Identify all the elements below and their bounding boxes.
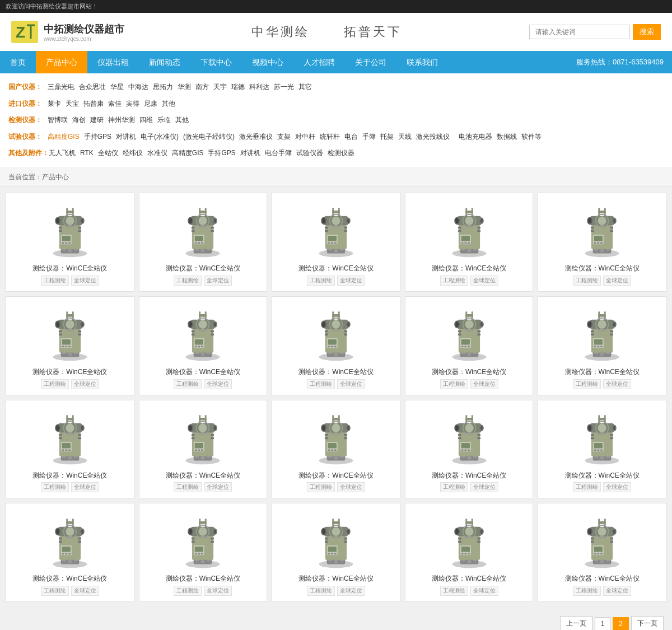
product-card[interactable]: 测绘仪器：WinCE全站仪 工程测绘全球定位: [139, 296, 268, 395]
product-tags: 工程测绘全球定位: [145, 379, 262, 389]
filter-item[interactable]: 手簿: [362, 131, 376, 143]
filter-item[interactable]: 全站仪: [98, 147, 118, 160]
filter-item[interactable]: 思拓力: [153, 81, 173, 94]
filter-item[interactable]: 电台手簿: [265, 147, 292, 160]
filter-item[interactable]: RTK: [80, 147, 94, 160]
filter-item[interactable]: 三鼎光电: [48, 81, 74, 94]
product-tag: 全球定位: [470, 482, 498, 492]
filter-item[interactable]: 建研: [90, 114, 104, 127]
product-card[interactable]: 测绘仪器：WinCE全站仪 工程测绘全球定位: [139, 503, 268, 602]
product-card[interactable]: 测绘仪器：WinCE全站仪 工程测绘全球定位: [538, 193, 666, 292]
product-card[interactable]: 测绘仪器：WinCE全站仪 工程测绘全球定位: [272, 296, 400, 395]
nav-item-video[interactable]: 视频中心: [242, 51, 293, 73]
svg-rect-112: [594, 242, 596, 244]
product-card[interactable]: 测绘仪器：WinCE全站仪 工程测绘全球定位: [6, 193, 134, 292]
filter-item[interactable]: 托架: [380, 131, 394, 143]
filter-item[interactable]: 手持GPS: [84, 131, 111, 143]
filter-item[interactable]: 对中杆: [295, 131, 315, 143]
nav-item-about[interactable]: 关于公司: [345, 51, 396, 73]
filter-item[interactable]: 手持GPS: [208, 147, 235, 160]
search-button[interactable]: 搜索: [633, 24, 661, 40]
page-1-button[interactable]: 1: [595, 617, 611, 630]
filter-item[interactable]: 数据线: [497, 131, 517, 143]
nav-item-news[interactable]: 新闻动态: [139, 51, 190, 73]
filter-item[interactable]: 华测: [178, 81, 191, 94]
filter-item[interactable]: 其它: [298, 81, 312, 94]
filter-item[interactable]: 电台: [344, 131, 358, 143]
search-input[interactable]: [529, 25, 630, 39]
filter-item[interactable]: 华星: [110, 81, 124, 94]
filter-item[interactable]: 四维: [139, 114, 153, 127]
prev-page-button[interactable]: 上一页: [560, 616, 592, 630]
filter-item[interactable]: 经纬仪: [123, 147, 143, 160]
nav-item-products[interactable]: 产品中心: [36, 51, 87, 73]
product-card[interactable]: 测绘仪器：WinCE全站仪 工程测绘全球定位: [139, 193, 268, 292]
filter-item[interactable]: 乐临: [157, 114, 171, 127]
filter-item[interactable]: (激光电子经纬仪): [183, 131, 235, 143]
filter-item[interactable]: 科利达: [249, 81, 269, 94]
product-card[interactable]: 测绘仪器：WinCE全站仪 工程测绘全球定位: [538, 503, 666, 602]
filter-item[interactable]: 高精度GIS: [48, 131, 80, 143]
filter-item[interactable]: 电子(水准仪): [141, 131, 179, 143]
filter-item[interactable]: 宾得: [126, 98, 139, 110]
product-card[interactable]: 测绘仪器：WinCE全站仪 工程测绘全球定位: [272, 193, 400, 292]
filter-item[interactable]: 中海达: [128, 81, 148, 94]
filter-item[interactable]: 神州华测: [108, 114, 135, 127]
filter-item[interactable]: 天线: [398, 131, 412, 143]
filter-item[interactable]: 合众思壮: [79, 81, 106, 94]
next-page-button[interactable]: 下一页: [631, 616, 664, 630]
filter-item[interactable]: 激光垂准仪: [239, 131, 273, 143]
filter-item[interactable]: 南方: [195, 81, 209, 94]
svg-point-122: [613, 219, 615, 223]
filter-item[interactable]: 无人飞机: [49, 147, 76, 160]
filter-item[interactable]: 水准仪: [147, 147, 167, 160]
product-card[interactable]: 测绘仪器：WinCE全站仪 工程测绘全球定位: [272, 503, 400, 602]
filter-item[interactable]: 激光投线仪: [416, 131, 450, 143]
product-card[interactable]: 测绘仪器：WinCE全站仪 工程测绘全球定位: [6, 503, 134, 602]
filter-item[interactable]: 统轩杆: [320, 131, 340, 143]
filter-item[interactable]: 高精度GIS: [172, 147, 204, 160]
filter-item[interactable]: 其他: [162, 98, 175, 110]
svg-point-420: [189, 529, 193, 534]
filter-item[interactable]: 索佳: [108, 98, 122, 110]
svg-point-395: [56, 529, 59, 534]
nav-item-rental[interactable]: 仪器出租: [87, 51, 139, 73]
product-card[interactable]: 测绘仪器：WinCE全站仪 工程测绘全球定位: [538, 296, 666, 395]
filter-item[interactable]: 电池充电器: [459, 131, 492, 143]
product-card[interactable]: 测绘仪器：WinCE全站仪 工程测绘全球定位: [405, 503, 534, 602]
filter-item[interactable]: 天宝: [66, 98, 79, 110]
nav-item-download[interactable]: 下载中心: [190, 51, 242, 73]
nav-item-home[interactable]: 首页: [0, 51, 36, 73]
filter-item[interactable]: 试验仪器: [296, 147, 323, 160]
svg-rect-376: [610, 437, 614, 440]
product-card[interactable]: 测绘仪器：WinCE全站仪 工程测绘全球定位: [405, 193, 534, 292]
nav-item-contact[interactable]: 联系我们: [396, 51, 448, 73]
svg-rect-89: [468, 242, 470, 244]
filter-item[interactable]: 对讲机: [116, 131, 136, 143]
nav-item-jobs[interactable]: 人才招聘: [293, 51, 345, 73]
filter-item[interactable]: 拓普康: [83, 98, 104, 110]
filter-item[interactable]: 苏一光: [274, 81, 294, 94]
filter-item[interactable]: 支架: [277, 131, 291, 143]
filter-item[interactable]: 智博联: [48, 114, 68, 127]
product-card[interactable]: 测绘仪器：WinCE全站仪 工程测绘全球定位: [405, 400, 534, 499]
filter-item[interactable]: 海创: [72, 114, 86, 127]
filter-item[interactable]: 其他: [175, 114, 189, 127]
page-2-button[interactable]: 2: [613, 617, 629, 630]
product-card[interactable]: 测绘仪器：WinCE全站仪 工程测绘全球定位: [538, 400, 666, 499]
filter-item[interactable]: 软件等: [521, 131, 542, 143]
filter-item[interactable]: 尼康: [144, 98, 157, 110]
svg-rect-178: [192, 334, 195, 336]
filter-item[interactable]: 瑞德: [231, 81, 245, 94]
product-card[interactable]: 测绘仪器：WinCE全站仪 工程测绘全球定位: [272, 400, 400, 499]
filter-item[interactable]: 对讲机: [240, 147, 260, 160]
product-card[interactable]: 测绘仪器：WinCE全站仪 工程测绘全球定位: [139, 400, 268, 499]
svg-rect-211: [461, 339, 469, 345]
product-card[interactable]: 测绘仪器：WinCE全站仪 工程测绘全球定位: [6, 400, 134, 499]
filter-item[interactable]: 莱卡: [48, 98, 61, 110]
product-tags: 工程测绘全球定位: [12, 276, 128, 286]
product-card[interactable]: 测绘仪器：WinCE全站仪 工程测绘全球定位: [6, 296, 134, 395]
product-card[interactable]: 测绘仪器：WinCE全站仪 工程测绘全球定位: [405, 296, 534, 395]
filter-item[interactable]: 天宇: [213, 81, 227, 94]
filter-item[interactable]: 检测仪器: [328, 147, 354, 160]
